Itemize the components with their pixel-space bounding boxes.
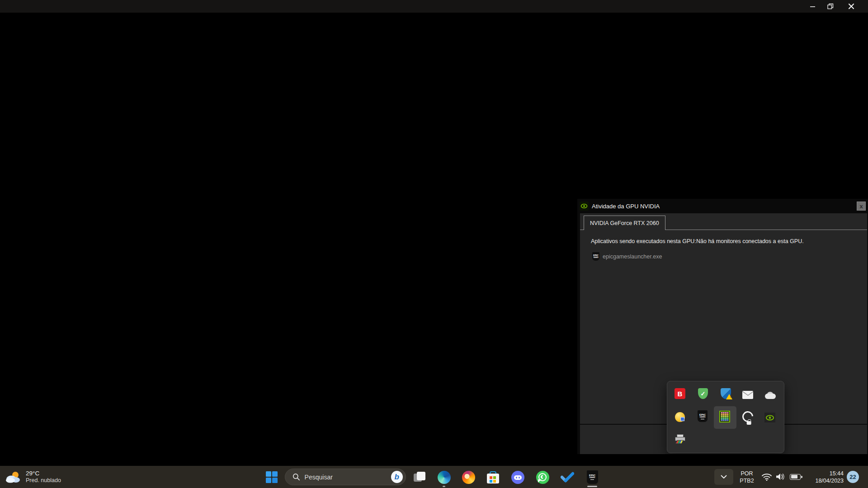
volume-button[interactable] (775, 472, 786, 482)
clock-time: 15:44 (830, 470, 844, 477)
printer-icon[interactable] (675, 434, 685, 445)
notification-count-badge[interactable]: 22 (847, 471, 859, 483)
discord-icon (511, 471, 524, 484)
close-icon (848, 3, 854, 9)
edge-running-indicator (443, 486, 445, 487)
volume-icon (775, 473, 785, 481)
epic-active-indicator (587, 486, 597, 487)
language-code: POR (741, 470, 753, 477)
minimize-button[interactable] (803, 0, 821, 13)
apps-running-label: Aplicativos sendo executados nesta GPU: (591, 238, 696, 244)
weather-condition: Pred. nublado (26, 477, 61, 484)
weather-temperature: 29°C (26, 470, 61, 477)
battery-button[interactable] (788, 473, 802, 481)
sun-cloud-icon (5, 470, 22, 484)
firefox-button[interactable] (461, 470, 476, 484)
epic-games-tray-icon[interactable]: EPIC GAMES (697, 411, 708, 422)
no-monitors-label: Não há monitores conectados a esta GPU. (696, 238, 804, 244)
microsoft-store-button[interactable] (486, 470, 500, 484)
keyboard-layout: PTB2 (740, 477, 754, 484)
nvidia-settings-icon[interactable] (764, 412, 775, 423)
language-indicator[interactable]: POR PTB2 (736, 469, 758, 485)
nvidia-eye-icon (580, 202, 589, 211)
todo-check-icon (561, 472, 574, 483)
epic-games-icon: EPIC GAMES (587, 470, 598, 484)
onedrive-cloud-icon[interactable] (764, 390, 775, 401)
battery-icon (790, 474, 801, 480)
chevron-down-icon (721, 475, 727, 479)
tray-overflow-popup: B ✓ ! EPIC GAMES (667, 381, 784, 453)
search-icon (292, 473, 300, 481)
todo-button[interactable] (561, 471, 574, 483)
discord-button[interactable] (510, 470, 525, 484)
windows-start-icon (266, 471, 278, 483)
edge-button[interactable] (437, 470, 451, 484)
search-input[interactable] (305, 474, 387, 481)
power-lock-icon[interactable] (742, 411, 753, 422)
adguard-shield-icon[interactable]: ✓ (698, 388, 708, 399)
restore-icon (827, 3, 834, 9)
show-hidden-icons-button[interactable] (714, 469, 733, 485)
clock[interactable]: 15:44 18/04/2023 (815, 469, 844, 485)
process-name: epicgameslauncher.exe (603, 253, 662, 260)
bitdefender-icon[interactable]: B (675, 388, 685, 399)
windows-security-alert-icon[interactable]: ! (720, 388, 731, 399)
disk-utility-icon[interactable] (675, 412, 685, 422)
task-view-button[interactable] (413, 471, 426, 483)
weather-widget[interactable]: 29°C Pred. nublado (5, 467, 61, 487)
whatsapp-button[interactable] (535, 470, 550, 484)
search-box[interactable]: b (285, 469, 406, 485)
microsoft-store-icon (487, 471, 499, 483)
edge-icon (438, 471, 451, 484)
start-button[interactable] (265, 470, 278, 484)
gpu-dialog-close-button[interactable]: x (857, 202, 866, 211)
whatsapp-icon (536, 471, 549, 484)
process-list-item[interactable]: EPIC GAMES epicgameslauncher.exe (592, 252, 662, 261)
gpu-dialog-titlebar[interactable]: Atividade da GPU NVIDIA (577, 199, 868, 213)
task-view-icon (414, 472, 425, 482)
tab-nvidia-geforce-rtx-2060[interactable]: NVIDIA GeForce RTX 2060 (584, 216, 665, 230)
mail-icon[interactable] (742, 389, 753, 400)
taskbar: 29°C Pred. nublado b (0, 466, 868, 488)
firefox-icon (462, 471, 475, 484)
epic-games-button[interactable]: EPIC GAMES (585, 469, 599, 484)
minimize-icon (810, 4, 816, 9)
app-titlebar (0, 0, 868, 13)
epic-games-icon: EPIC GAMES (592, 252, 599, 261)
wifi-button[interactable] (761, 472, 772, 482)
nvidia-gpu-activity-icon[interactable] (719, 411, 730, 422)
close-button[interactable] (842, 0, 860, 13)
wifi-icon (762, 473, 772, 481)
restore-button[interactable] (821, 0, 840, 13)
gpu-dialog-title: Atividade da GPU NVIDIA (592, 203, 660, 210)
clock-date: 18/04/2023 (815, 477, 844, 484)
bing-icon[interactable]: b (391, 471, 403, 483)
